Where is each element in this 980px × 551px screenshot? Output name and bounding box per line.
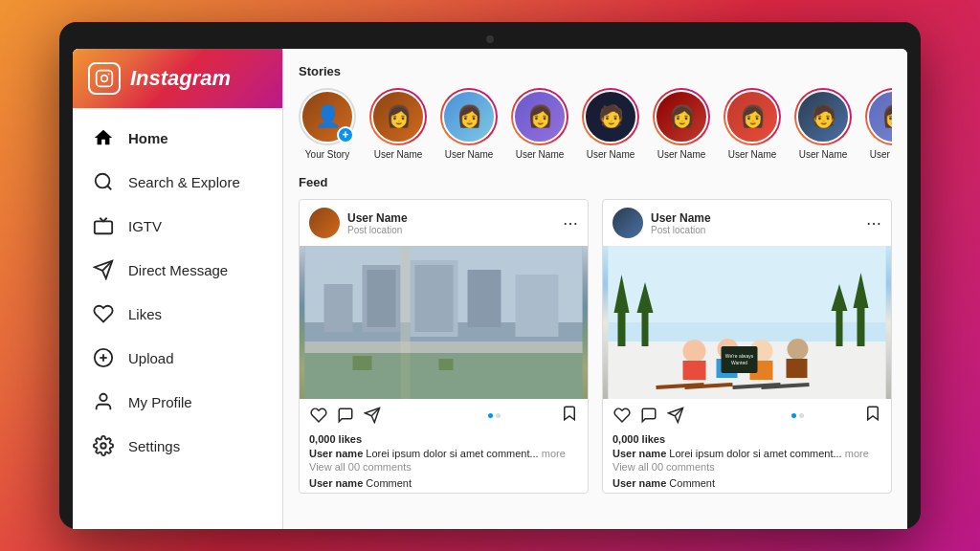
like-button-2[interactable] [612,406,632,425]
svg-rect-5 [95,221,112,233]
svg-rect-18 [415,265,454,332]
logo-icon [88,62,121,95]
svg-rect-0 [97,71,113,87]
post-comment-2: User name Comment [603,476,891,493]
svg-rect-22 [305,342,583,353]
logo-text: Instagram [130,66,231,91]
post-more-2[interactable]: ⋯ [866,214,881,232]
caption-more-2[interactable]: more [845,448,869,459]
post-actions-2 [603,399,891,431]
svg-rect-19 [468,270,501,327]
view-comments-1[interactable]: View all 00 comments [300,460,588,476]
like-button-1[interactable] [309,406,328,425]
tv-icon [92,214,115,237]
story-item-3[interactable]: 👩 User Name [511,88,568,160]
sidebar-item-upload[interactable]: Upload [73,336,282,380]
post-action-icons-left-2 [612,406,731,425]
svg-rect-20 [324,284,353,332]
svg-rect-26 [439,359,454,370]
sidebar-item-likes[interactable]: Likes [73,292,282,336]
story-avatar-4: 🧑 [584,90,637,143]
svg-point-11 [100,394,106,401]
story-item-5[interactable]: 👩 User Name [653,88,710,160]
send-icon [92,258,115,281]
comment-button-2[interactable] [639,406,658,425]
bookmark-button-1[interactable] [561,405,578,426]
story-avatar-wrap-7: 🧑 [794,88,852,145]
story-avatar-wrap-1: 👩 [369,88,427,145]
caption-more-1[interactable]: more [542,448,566,459]
story-avatar-wrap-4: 🧑 [582,88,639,145]
post-avatar-2 [612,208,643,238]
sidebar-item-direct[interactable]: Direct Message [73,248,282,292]
story-label-3: User Name [516,149,565,160]
plus-circle-icon [92,346,115,369]
svg-point-50 [788,339,809,360]
camera [486,35,494,43]
sidebar-item-home[interactable]: Home [73,116,282,160]
svg-point-2 [108,74,110,76]
bookmark-button-2[interactable] [864,405,881,426]
story-item-yours[interactable]: 👤 + Your Story [299,88,356,160]
feed-grid: User Name Post location ⋯ [299,199,892,494]
sidebar-item-igtv-label: IGTV [128,218,162,234]
post-likes-2: 0,000 likes [603,431,891,447]
post-likes-1: 0,000 likes [300,431,588,447]
story-avatar-1: 👩 [371,90,425,143]
dot-active-1 [488,413,493,418]
svg-rect-16 [368,270,396,327]
comment-button-1[interactable] [336,406,355,425]
sidebar-item-settings-label: Settings [128,438,180,454]
post-caption-1: User name Lorei ipsum dolor si amet comm… [300,447,588,460]
dot-inactive-1 [496,413,501,418]
user-icon [92,390,115,413]
story-avatar-wrap-3: 👩 [511,88,568,145]
story-item-1[interactable]: 👩 User Name [369,88,427,160]
share-button-2[interactable] [666,406,685,425]
post-header-1: User Name Post location ⋯ [300,200,588,246]
story-label-1: User Name [374,149,423,160]
sidebar-item-profile[interactable]: My Profile [73,380,282,424]
add-story-badge: + [337,126,354,143]
story-avatar-2: 👩 [442,90,496,143]
dot-inactive-2 [799,413,804,418]
sidebar-item-likes-label: Likes [128,306,162,322]
caption-username-2: User name [612,448,666,459]
caption-text-1: Lorei ipsum dolor si amet comment... [366,448,538,459]
story-item-7[interactable]: 🧑 User Name [794,88,852,160]
post-more-1[interactable]: ⋯ [563,214,578,232]
heart-icon [92,302,115,325]
story-item-2[interactable]: 👩 User Name [440,88,498,160]
post-username-1: User Name [347,211,555,225]
story-avatar-3: 👩 [513,90,567,143]
story-avatar-7: 🧑 [796,90,850,143]
post-location-1: Post location [347,225,555,235]
post-location-2: Post location [651,225,858,235]
story-label-5: User Name [657,149,706,160]
story-label-2: User Name [445,149,494,160]
svg-text:We're always: We're always [725,353,754,359]
sidebar-item-settings[interactable]: Settings [73,424,282,468]
svg-rect-45 [683,361,706,380]
ski-people-bg: We're always Wanted [603,246,891,399]
view-comments-2[interactable]: View all 00 comments [603,460,891,476]
svg-point-3 [96,174,110,188]
share-button-1[interactable] [363,406,382,425]
story-item-8[interactable]: 👩 User Name [865,88,892,160]
comment-text-1: Comment [366,477,412,489]
sidebar-item-search[interactable]: Search & Explore [73,160,282,204]
laptop-frame: Instagram Home [59,22,921,529]
svg-line-4 [107,186,111,189]
feed-title: Feed [299,175,892,189]
sidebar-item-igtv[interactable]: IGTV [73,204,282,248]
post-comment-1: User name Comment [300,476,588,493]
post-meta-2: User Name Post location [651,211,858,235]
story-label-6: User Name [728,149,777,160]
comment-text-2: Comment [669,477,715,489]
story-label-7: User Name [799,149,848,160]
post-caption-2: User name Lorei ipsum dolor si amet comm… [603,447,891,460]
story-item-4[interactable]: 🧑 User Name [582,88,639,160]
sidebar: Instagram Home [73,49,283,529]
story-item-6[interactable]: 👩 User Name [724,88,781,160]
post-actions-1 [300,399,588,431]
